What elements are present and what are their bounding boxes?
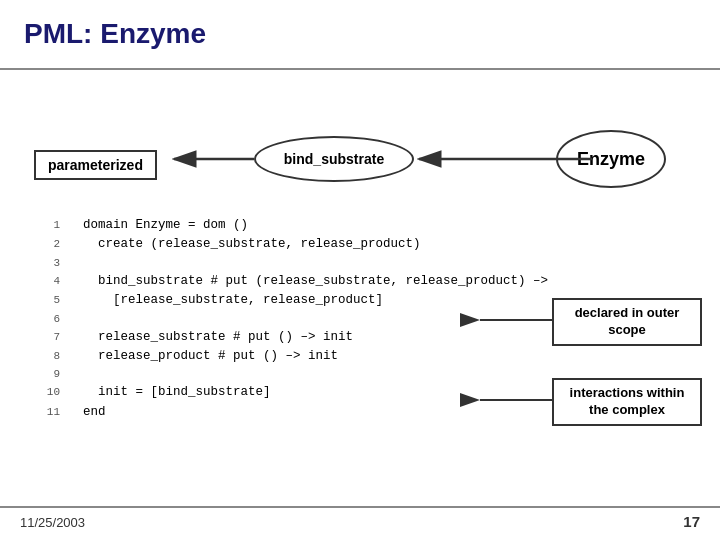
code-line-3: 3 xyxy=(32,255,696,272)
parameterized-box: parameterized xyxy=(34,150,157,180)
code-line-4: 4 bind_substrate # put (release_substrat… xyxy=(32,272,696,291)
slide: PML: Enzyme parameterized bind_substrate… xyxy=(0,0,720,540)
top-divider xyxy=(0,68,720,70)
footer-page: 17 xyxy=(683,513,700,530)
code-line-1: 1 domain Enzyme = dom () xyxy=(32,216,696,235)
code-line-2: 2 create (release_substrate, release_pro… xyxy=(32,235,696,254)
bind-substrate-oval: bind_substrate xyxy=(254,136,414,182)
footer-date: 11/25/2003 xyxy=(20,515,85,530)
annotation-interactions: interactions withinthe complex xyxy=(552,378,702,426)
slide-title: PML: Enzyme xyxy=(24,18,696,50)
bottom-divider xyxy=(0,506,720,508)
diagram-area: parameterized bind_substrate Enzyme xyxy=(24,122,696,212)
code-line-8: 8 release_product # put () –> init xyxy=(32,347,696,366)
annotation-declared: declared in outerscope xyxy=(552,298,702,346)
enzyme-oval: Enzyme xyxy=(556,130,666,188)
